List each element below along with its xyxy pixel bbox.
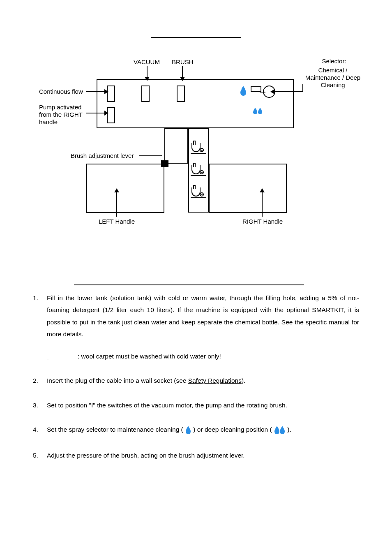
step-2: 2. Insert the plug of the cable into a w…: [33, 375, 359, 386]
section-divider: [74, 284, 304, 285]
right-handle-label: RIGHT Handle: [242, 218, 283, 225]
brush-lever-label: Brush adjustment lever: [71, 152, 134, 160]
instructions-list: 1. Fill in the lower tank (solution tank…: [33, 292, 359, 461]
arrow-right-icon: [104, 111, 108, 116]
step-4: 4. Set the spray selector to maintenance…: [33, 423, 359, 437]
step-number: 1.: [33, 292, 38, 304]
step-1: 1. Fill in the lower tank (solution tank…: [33, 292, 359, 362]
step-text-part: ).: [242, 377, 245, 384]
brush-label: BRUSH: [172, 58, 194, 66]
arrow-down-icon: [145, 66, 150, 81]
step-number: 3.: [33, 399, 38, 411]
arrow-left-icon: [270, 89, 274, 94]
arrow-down-icon: [180, 66, 185, 81]
section-divider-top: [151, 37, 241, 38]
column-box: [164, 128, 188, 164]
right-handle-box: [209, 164, 287, 213]
step-5: 5. Adjust the pressure of the brush, act…: [33, 449, 359, 461]
arrow-up-icon: [260, 188, 265, 217]
step-text: Set to position "I" the switches of the …: [47, 402, 287, 409]
step-text: Adjust the pressure of the brush, acting…: [47, 452, 245, 459]
selector-title-label: Selector:: [311, 58, 357, 65]
step-text-part: Insert the plug of the cable into a wall…: [47, 377, 188, 384]
maint-drop-icon: [186, 425, 191, 437]
leader-line: [302, 84, 303, 92]
maint-drop-icon: [240, 88, 246, 96]
arrow-up-icon: [114, 188, 119, 217]
selector-sub-label: Chemical / Maintenance / Deep Cleaning: [304, 67, 362, 89]
continuous-flow-label: Continuous flow: [39, 88, 83, 95]
warning-text: : wool carpet must be washed with cold w…: [78, 353, 221, 360]
step-number: 5.: [33, 449, 38, 461]
warning-leader: [47, 350, 78, 362]
step-warning: : wool carpet must be washed with cold w…: [47, 350, 359, 362]
left-handle-label: LEFT Handle: [99, 218, 135, 225]
leader-line: [275, 91, 303, 92]
instructions-section: 1. Fill in the lower tank (solution tank…: [33, 284, 359, 461]
safety-regulations-link[interactable]: Safety Regulations: [188, 377, 242, 384]
step-number: 2.: [33, 375, 38, 386]
brush-switch: [177, 86, 185, 102]
page: VACUUM BRUSH Continuous flow Pump activa…: [0, 0, 392, 555]
deep-drops-icon: [274, 425, 285, 437]
pump-activated-label: Pump activated from the RIGHT handle: [39, 104, 92, 126]
step-text-part: ).: [287, 426, 291, 433]
arrow-right-icon: [104, 89, 108, 94]
step-number: 4.: [33, 423, 38, 435]
deep-drops-icon: [253, 109, 262, 116]
leader-line: [86, 113, 106, 113]
leader-line: [139, 155, 162, 156]
vacuum-switch: [141, 86, 150, 102]
leader-line: [86, 91, 106, 92]
step-3: 3. Set to position "I" the switches of t…: [33, 399, 359, 411]
step-text-part: Set the spray selector to maintenance cl…: [47, 426, 185, 433]
vacuum-label: VACUUM: [134, 58, 160, 66]
selector-rect-icon: [251, 86, 261, 92]
machine-diagram: VACUUM BRUSH Continuous flow Pump activa…: [33, 54, 345, 239]
lever-block-icon: [161, 160, 168, 167]
left-handle-box: [86, 164, 164, 213]
step-text-part: ) or deep cleaning position (: [193, 426, 274, 433]
step-text: Fill in the lower tank (solution tank) w…: [47, 292, 359, 340]
